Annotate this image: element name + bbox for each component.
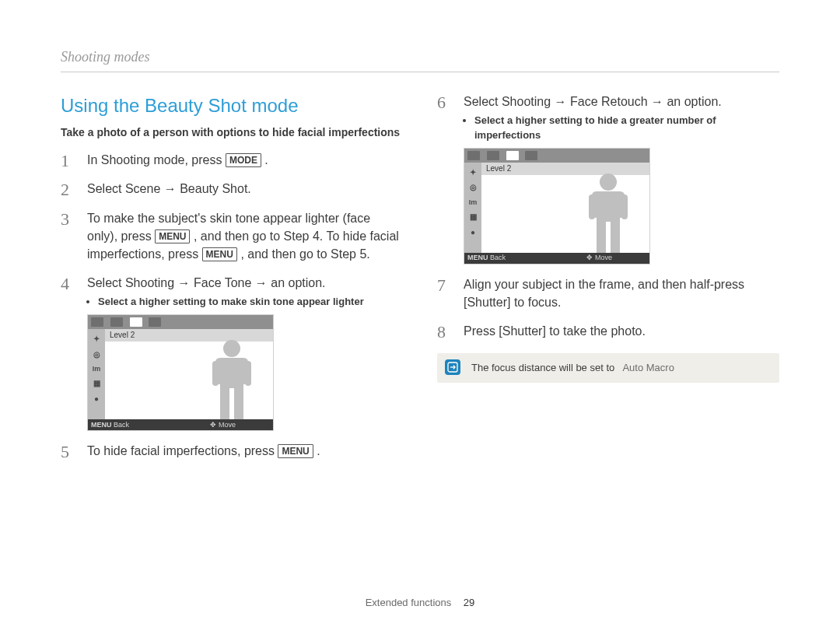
lcd-topbar [464,149,649,163]
step-body: Select Shooting → Face Retouch → an opti… [464,93,779,264]
option-icon [525,151,537,160]
step-text: . [264,153,268,166]
step-body: Select Shooting → Face Tone → an option.… [87,274,403,431]
section-title: Using the Beauty Shot mode [61,93,403,120]
lcd-bottombar: MENU Back ✥ Move [464,253,649,264]
step-body: Select Scene → Beauty Shot. [87,180,403,201]
step-6: 6 Select Shooting → Face Retouch → an op… [437,93,779,264]
info-note: The focus distance will be set to Auto M… [437,353,779,384]
im-icon: Im [469,198,478,208]
step-number: 7 [437,275,453,314]
step-text: Select Shooting → Face Tone → an option. [87,274,403,292]
option-icon [487,151,499,160]
two-column-layout: Using the Beauty Shot mode Take a photo … [61,93,779,471]
step-1: 1 In Shooting mode, press MODE . [61,151,403,172]
option-icon [149,317,161,327]
lcd-main: Level 2 [481,163,649,253]
lcd-main: Level 2 [105,329,273,419]
keycap-menu: MENU [202,247,237,261]
page-footer: Extended functions 29 [0,596,840,611]
running-header: Shooting modes [61,47,779,72]
lcd-back-label: Back [114,421,129,429]
step-3: 3 To make the subject's skin tone appear… [61,209,403,267]
step-body: To hide facial imperfections, press MENU… [87,442,403,463]
step-number: 1 [61,151,76,172]
im-icon: Im [93,364,101,374]
info-icon [445,359,460,375]
step-body: Align your subject in the frame, and the… [464,275,779,314]
person-silhouette-icon [581,171,635,253]
step-number: 4 [61,274,76,431]
camera-lcd-face-tone: ✦ ◎ Im ▦ ● Level 2 [87,314,274,431]
step-2: 2 Select Scene → Beauty Shot. [61,180,403,201]
person-silhouette-icon [205,338,259,419]
step-text: Align your subject in the frame, and the… [464,275,779,311]
step-body: To make the subject's skin tone appear l… [87,209,403,267]
target-icon: ◎ [470,182,477,194]
svg-rect-5 [621,194,628,219]
svg-point-3 [600,173,617,191]
sparkle-icon: ✦ [93,334,100,345]
step-bullet: Select a higher setting to hide a greate… [474,114,779,143]
lcd-topbar [88,315,273,329]
option-icon-selected [130,317,142,327]
step-text: Select Scene → Beauty Shot. [87,180,403,198]
note-text: The focus distance will be set to [471,362,614,373]
footer-page-number: 29 [464,597,474,608]
keycap-menu: MENU [91,421,112,429]
sparkle-icon: ✦ [470,167,476,179]
section-lede: Take a photo of a person with options to… [61,124,403,140]
keycap-menu: MENU [467,254,488,261]
lcd-sidebar: ✦ ◎ Im ▦ ● [88,329,105,419]
step-number: 3 [61,209,76,267]
camera-lcd-face-retouch: ✦ ◎ Im ▦ ● Level 2 [464,148,650,264]
svg-rect-2 [245,361,251,386]
left-column: Using the Beauty Shot mode Take a photo … [61,93,403,471]
step-number: 5 [61,442,76,463]
step-bullet: Select a higher setting to make skin ton… [98,295,403,310]
lcd-viewport [105,342,273,419]
lcd-move-label: Move [219,421,236,429]
step-text: Select Shooting → Face Retouch → an opti… [464,93,779,110]
option-icon [91,317,103,327]
option-icon [467,151,480,160]
step-text: In Shooting mode, press [87,153,226,166]
mic-off-icon: ● [471,227,475,239]
target-icon: ◎ [93,349,100,361]
note-value: Auto Macro [622,362,674,373]
svg-rect-4 [589,194,595,219]
step-text: Press [Shutter] to take the photo. [464,322,779,340]
lcd-viewport [481,175,649,253]
option-icon-selected [506,151,519,160]
step-4: 4 Select Shooting → Face Tone → an optio… [61,274,403,431]
right-column: 6 Select Shooting → Face Retouch → an op… [437,93,779,471]
manual-page: Shooting modes Using the Beauty Shot mod… [0,0,840,471]
lcd-move-label: Move [595,254,612,261]
step-text: To hide facial imperfections, press [87,444,278,457]
footer-section: Extended functions [366,597,452,608]
step-number: 6 [437,93,453,264]
step-number: 2 [61,180,76,201]
svg-point-0 [223,340,240,357]
keycap-mode: MODE [226,153,261,167]
step-7: 7 Align your subject in the frame, and t… [437,275,779,314]
step-body: In Shooting mode, press MODE . [87,151,403,172]
step-text: . [317,444,320,457]
option-icon [110,317,123,327]
grid-icon: ▦ [470,212,477,223]
step-number: 8 [437,322,453,343]
keycap-menu: MENU [155,229,190,243]
step-body: Press [Shutter] to take the photo. [464,322,779,343]
mic-off-icon: ● [94,394,99,405]
lcd-bottombar: MENU Back ✥ Move [88,419,273,430]
lcd-back-label: Back [490,254,506,261]
lcd-sidebar: ✦ ◎ Im ▦ ● [464,163,481,253]
grid-icon: ▦ [93,378,100,390]
svg-rect-1 [212,361,219,386]
keycap-menu: MENU [278,444,313,458]
step-5: 5 To hide facial imperfections, press ME… [61,442,403,463]
step-text: , and then go to Step 5. [240,247,369,261]
step-8: 8 Press [Shutter] to take the photo. [437,322,779,343]
